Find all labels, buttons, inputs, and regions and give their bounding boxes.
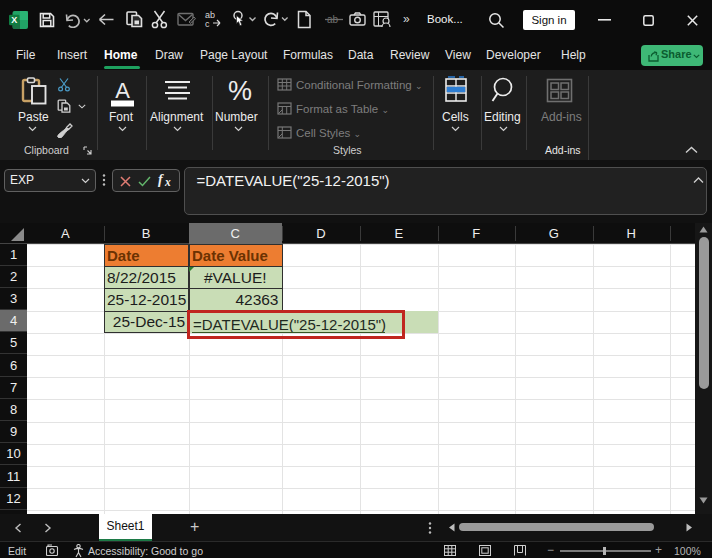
- svg-text:X: X: [11, 15, 17, 25]
- svg-text:%: %: [228, 76, 252, 106]
- svg-text:A: A: [115, 78, 130, 103]
- svg-text:c: c: [205, 19, 210, 29]
